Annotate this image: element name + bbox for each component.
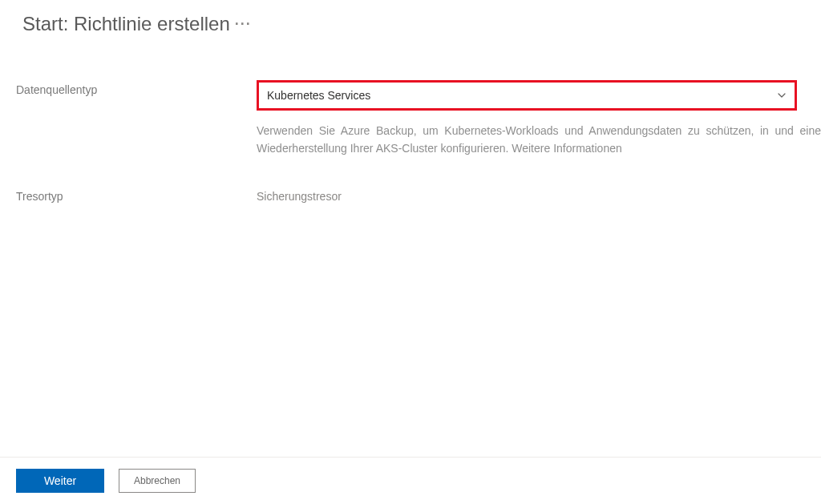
datasource-label: Datenquellentyp [16, 80, 257, 96]
page-header: Start: Richtlinie erstellen ··· [0, 0, 821, 43]
form-area: Datenquellentyp Kubernetes Services Verw… [0, 43, 821, 203]
cancel-button[interactable]: Abbrechen [119, 469, 196, 493]
datasource-dropdown[interactable]: Kubernetes Services [261, 84, 793, 107]
more-actions-icon[interactable]: ··· [235, 14, 252, 34]
datasource-help-text: Verwenden Sie Azure Backup, um Kubernete… [257, 122, 821, 158]
page-title: Start: Richtlinie erstellen [22, 13, 230, 35]
footer: Weiter Abbrechen [0, 457, 821, 504]
vaulttype-value: Sicherungstresor [257, 187, 821, 203]
vaulttype-label: Tresortyp [16, 187, 257, 203]
datasource-field: Kubernetes Services Verwenden Sie Azure … [257, 80, 821, 158]
datasource-dropdown-value: Kubernetes Services [267, 89, 777, 102]
datasource-row: Datenquellentyp Kubernetes Services Verw… [16, 80, 821, 158]
next-button[interactable]: Weiter [16, 469, 104, 493]
datasource-highlight: Kubernetes Services [257, 80, 797, 111]
vaulttype-row: Tresortyp Sicherungstresor [16, 187, 821, 203]
help-text-part1: Verwenden Sie Azure Backup, um Kubernete… [257, 124, 769, 137]
vaulttype-field: Sicherungstresor [257, 187, 821, 203]
chevron-down-icon [777, 91, 787, 100]
learn-more-link[interactable]: Weitere Informationen [512, 142, 621, 155]
